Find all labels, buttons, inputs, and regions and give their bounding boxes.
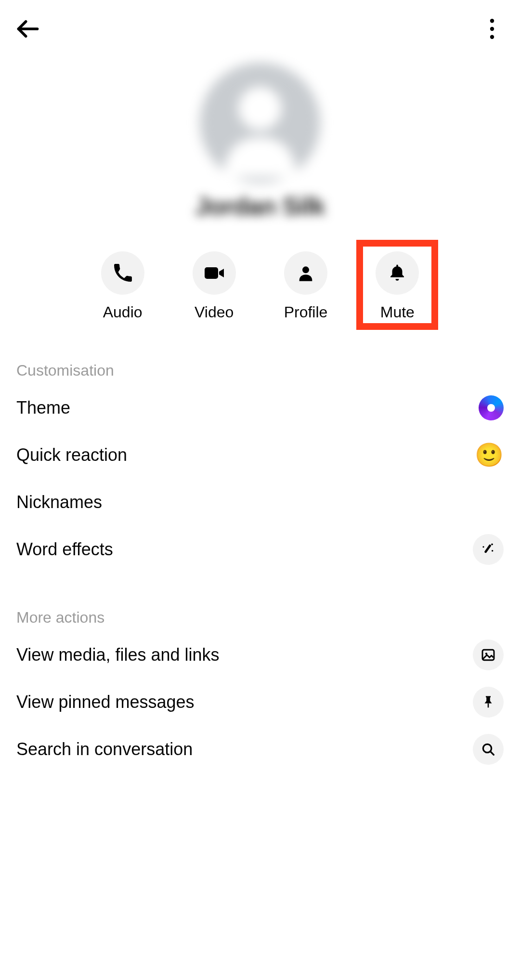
svg-point-2 — [490, 27, 494, 31]
more-options-button[interactable] — [476, 13, 508, 45]
theme-row[interactable]: Theme — [16, 384, 504, 431]
svg-line-16 — [490, 751, 494, 755]
action-row: Audio Video Profile Mute — [0, 247, 520, 326]
search-icon — [481, 742, 496, 757]
more-vertical-icon — [490, 19, 494, 39]
quick-reaction-label: Quick reaction — [16, 445, 127, 465]
person-icon — [296, 263, 315, 283]
quick-reaction-row[interactable]: Quick reaction 🙂 — [16, 431, 504, 479]
view-media-row[interactable]: View media, files and links — [16, 631, 504, 679]
view-pinned-label: View pinned messages — [16, 692, 195, 712]
svg-point-7 — [302, 266, 309, 273]
phone-icon — [113, 263, 133, 283]
arrow-left-icon — [15, 16, 40, 41]
customisation-section: Customisation Theme Quick reaction 🙂 Nic… — [0, 362, 520, 573]
svg-point-1 — [490, 19, 494, 23]
svg-point-10 — [482, 546, 484, 548]
svg-point-9 — [491, 543, 493, 545]
bell-icon — [387, 263, 407, 283]
nicknames-label: Nicknames — [16, 492, 102, 512]
view-pinned-row[interactable]: View pinned messages — [16, 679, 504, 726]
audio-call-button[interactable]: Audio — [96, 247, 149, 326]
theme-gradient-icon — [479, 395, 504, 420]
view-media-label: View media, files and links — [16, 645, 220, 665]
search-row[interactable]: Search in conversation — [16, 726, 504, 773]
person-silhouette-icon — [200, 63, 320, 183]
image-icon — [481, 647, 496, 663]
mute-label: Mute — [380, 303, 415, 321]
svg-rect-8 — [484, 544, 491, 553]
avatar[interactable] — [200, 63, 320, 183]
svg-rect-6 — [205, 267, 218, 279]
word-effects-row[interactable]: Word effects — [16, 526, 504, 573]
svg-rect-14 — [488, 704, 489, 708]
customisation-title: Customisation — [16, 362, 504, 379]
smile-emoji-icon: 🙂 — [475, 444, 504, 467]
svg-point-11 — [492, 550, 493, 551]
more-actions-title: More actions — [16, 609, 504, 627]
word-effects-label: Word effects — [16, 539, 113, 560]
profile-button[interactable]: Profile — [279, 247, 333, 326]
theme-label: Theme — [16, 398, 70, 418]
profile-header: Jordan Silk — [0, 48, 520, 221]
audio-label: Audio — [103, 303, 143, 321]
profile-label: Profile — [284, 303, 328, 321]
mute-button[interactable]: Mute — [371, 247, 424, 326]
magic-wand-icon — [481, 542, 496, 557]
video-icon — [203, 261, 226, 285]
contact-name: Jordan Silk — [195, 192, 325, 221]
svg-point-3 — [490, 35, 494, 39]
video-call-button[interactable]: Video — [188, 247, 241, 326]
search-label: Search in conversation — [16, 739, 193, 759]
video-label: Video — [195, 303, 234, 321]
nicknames-row[interactable]: Nicknames — [16, 479, 504, 526]
pin-icon — [481, 695, 495, 709]
more-actions-section: More actions View media, files and links… — [0, 609, 520, 773]
back-button[interactable] — [12, 13, 44, 45]
svg-point-5 — [238, 87, 282, 130]
top-bar — [0, 0, 520, 48]
